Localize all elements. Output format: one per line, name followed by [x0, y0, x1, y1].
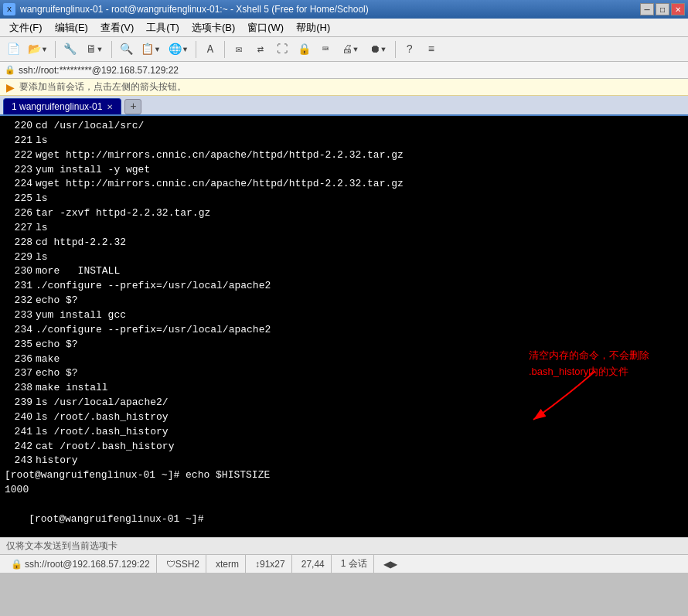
terminal-line-242: 242cat /root/.bash_history — [5, 440, 683, 454]
app-icon: X — [3, 3, 15, 15]
fullscreen-button[interactable]: ⛶ — [272, 40, 292, 59]
terminal-line-229: 229ls — [5, 250, 683, 265]
terminal-line-227: 227ls — [5, 221, 683, 236]
address-bar: 🔒 ssh://root:*********@192.168.57.129:22 — [0, 62, 688, 79]
address-text: ssh://root:*********@192.168.57.129:22 — [19, 65, 179, 76]
terminal-line-222: 222wget http://mirrors.cnnic.cn/apache/h… — [5, 148, 683, 163]
menu-tabs[interactable]: 选项卡(B) — [186, 19, 241, 36]
toolbar-separator-5 — [395, 41, 396, 58]
maximize-button[interactable]: □ — [656, 3, 669, 15]
terminal-line-226: 226tar -zxvf httpd-2.2.32.tar.gz — [5, 206, 683, 221]
info-arrow-icon: ▶ — [6, 81, 15, 94]
print-button[interactable]: 🖨▾ — [337, 40, 363, 59]
terminal-line-221: 221ls — [5, 134, 683, 148]
lock-icon: 🔒 — [5, 65, 15, 75]
compose-button[interactable]: ✉ — [229, 40, 249, 59]
paste-button[interactable]: 📋▾ — [138, 40, 164, 59]
annotation-arrow — [518, 367, 642, 429]
menu-file[interactable]: 文件(F) — [3, 19, 49, 36]
lock-status-icon: 🔒 — [11, 559, 22, 570]
help-button[interactable]: ? — [400, 40, 420, 59]
tab-1-label: 1 wangruifenglinux-01 — [12, 101, 102, 112]
terminal[interactable]: 220cd /usr/local/src/ 221ls 222wget http… — [0, 116, 688, 537]
bottom-info-text: 仅将文本发送到当前选项卡 — [6, 539, 118, 553]
terminal-line-225: 225ls — [5, 192, 683, 206]
search-button[interactable]: 🔍 — [116, 40, 136, 59]
menu-help[interactable]: 帮助(H) — [290, 19, 336, 36]
status-size: ↕ 91x27 — [249, 555, 292, 573]
next-session-button[interactable]: ▶ — [390, 559, 397, 570]
terminal-line-228: 228cd httpd-2.2.32 — [5, 236, 683, 250]
status-protocol-text: SSH2 — [175, 559, 199, 570]
toolbar-separator-1 — [55, 41, 56, 58]
status-sessions-text: 1 会话 — [341, 557, 367, 570]
record-button[interactable]: ⏺▾ — [365, 40, 391, 59]
menu-edit[interactable]: 编辑(E) — [49, 19, 94, 36]
terminal-line-230: 230more INSTALL — [5, 264, 683, 279]
font-button[interactable]: A — [200, 40, 220, 59]
status-sessions: 1 会话 — [335, 555, 374, 573]
status-bar: 🔒 ssh://root@192.168.57.129:22 🛡 SSH2 xt… — [0, 554, 688, 573]
toolbar-separator-4 — [224, 41, 225, 58]
tab-1-close[interactable]: ✕ — [107, 103, 113, 111]
terminal-line-224: 224wget http://mirrors.cnnic.cn/apache/h… — [5, 177, 683, 192]
terminal-prompt-echo: [root@wangruifenglinux-01 ~]# echo $HIST… — [5, 468, 683, 483]
prev-session-button[interactable]: ◀ — [383, 559, 390, 570]
terminal-line-233: 233yum install gcc — [5, 308, 683, 323]
terminal-input-line[interactable]: [root@wangruifenglinux-01 ~]# history -c — [5, 498, 683, 537]
menu-tools[interactable]: 工具(T) — [140, 19, 186, 36]
info-text: 要添加当前会话，点击左侧的箭头按钮。 — [19, 80, 186, 94]
status-size-text: 91x27 — [260, 559, 285, 570]
status-terminal: xterm — [209, 555, 246, 573]
title-bar: X wangruifenglinux-01 - root@wangruifeng… — [0, 0, 688, 19]
new-tab-button[interactable]: + — [124, 99, 141, 114]
status-ssh-address: ssh://root@192.168.57.129:22 — [25, 559, 150, 570]
status-ssh-icon: 🔒 ssh://root@192.168.57.129:22 — [5, 555, 157, 573]
properties-button[interactable]: 🔧 — [60, 40, 80, 59]
toolbar-separator-2 — [111, 41, 112, 58]
transfer-button[interactable]: 🌐▾ — [165, 40, 192, 59]
open-session-button[interactable]: 📂▾ — [25, 40, 51, 59]
status-protocol-icon: 🛡 — [166, 559, 175, 570]
terminal-echo-result: 1000 — [5, 483, 683, 498]
window-title: wangruifenglinux-01 - root@wangruifengli… — [20, 4, 369, 15]
terminal-line-223: 223yum install -y wget — [5, 163, 683, 178]
transfer2-button[interactable]: ⇄ — [250, 40, 271, 59]
info-bar: ▶ 要添加当前会话，点击左侧的箭头按钮。 — [0, 79, 688, 96]
keyboard-button[interactable]: ⌨ — [315, 40, 335, 59]
terminal-line-236: 236make — [5, 352, 683, 367]
bottom-info-bar: 仅将文本发送到当前选项卡 — [0, 537, 688, 554]
minimize-button[interactable]: ─ — [640, 3, 654, 15]
new-session-button[interactable]: 📄 — [3, 40, 23, 59]
status-position: 27,44 — [295, 555, 332, 573]
tab-bar: 1 wangruifenglinux-01 ✕ + — [0, 96, 688, 116]
status-nav-buttons: ◀ ▶ — [377, 555, 404, 573]
tab-1[interactable]: 1 wangruifenglinux-01 ✕ — [3, 98, 121, 114]
lock-button[interactable]: 🔒 — [294, 40, 314, 59]
menu-window[interactable]: 窗口(W) — [241, 19, 290, 36]
status-position-text: 27,44 — [301, 559, 325, 570]
terminal-line-220: 220cd /usr/local/src/ — [5, 119, 683, 134]
toolbar-separator-3 — [196, 41, 196, 58]
connect-button[interactable]: 🖥▾ — [81, 40, 107, 59]
menu-bar: 文件(F) 编辑(E) 查看(V) 工具(T) 选项卡(B) 窗口(W) 帮助(… — [0, 19, 688, 37]
status-protocol: 🛡 SSH2 — [160, 555, 206, 573]
terminal-line-235: 235echo $? — [5, 338, 683, 352]
menu-view[interactable]: 查看(V) — [94, 19, 140, 36]
toolbar: 📄 📂▾ 🔧 🖥▾ 🔍 📋▾ 🌐▾ A ✉ ⇄ ⛶ 🔒 ⌨ 🖨▾ ⏺▾ ? ≡ — [0, 37, 688, 62]
terminal-line-234: 234./configure --prefix=/usr/local/apach… — [5, 323, 683, 338]
extra-button[interactable]: ≡ — [421, 40, 441, 59]
close-button[interactable]: ✕ — [671, 3, 685, 15]
status-terminal-text: xterm — [216, 559, 239, 570]
terminal-line-243: 243history — [5, 454, 683, 468]
terminal-line-232: 232echo $? — [5, 294, 683, 308]
terminal-line-231: 231./configure --prefix=/usr/local/apach… — [5, 279, 683, 294]
